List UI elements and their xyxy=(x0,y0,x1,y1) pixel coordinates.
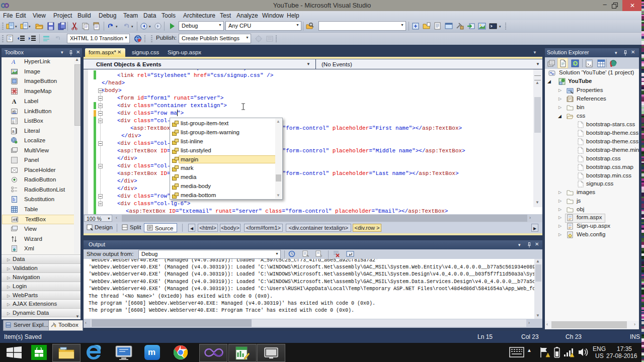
svg-text:a: a xyxy=(12,128,15,133)
svg-text:ab: ab xyxy=(13,217,17,222)
svg-text:b: b xyxy=(13,197,15,202)
svg-text:ab: ab xyxy=(12,109,16,113)
svg-text:A: A xyxy=(11,58,16,65)
svg-text:A: A xyxy=(12,98,17,105)
